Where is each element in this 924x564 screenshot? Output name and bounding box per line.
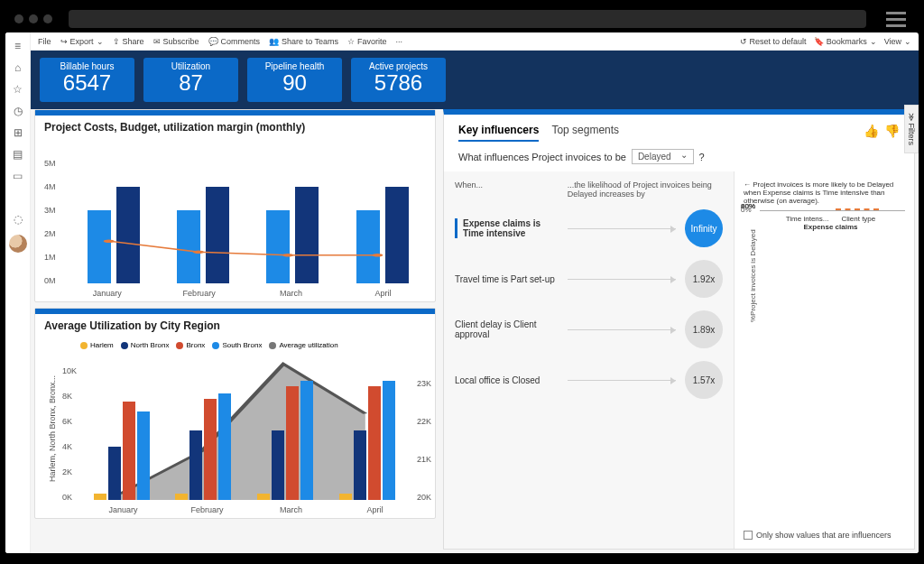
legend: Harlem North Bronx Bronx South Bronx Ave… [80, 341, 338, 349]
ki-detail-pane: ← Project invoices is more likely to be … [734, 171, 914, 549]
project-costs-card[interactable]: Project Costs, Budget, utilization margi… [34, 109, 436, 302]
bar [137, 411, 150, 500]
hamburger-icon[interactable] [882, 8, 910, 31]
bar [108, 447, 121, 500]
window-dot[interactable] [43, 14, 52, 23]
file-menu[interactable]: File [38, 37, 51, 46]
view-button[interactable]: View ⌄ [884, 37, 911, 46]
y2-tick: 23K [417, 379, 431, 388]
subscribe-button[interactable]: ✉ Subscribe [153, 37, 199, 46]
reset-button[interactable]: ↺ Reset to default [740, 37, 807, 46]
svg-point-3 [372, 254, 383, 257]
mini-ylabel: %Project invoices is Delayed [749, 230, 757, 323]
browser-titlebar [5, 5, 919, 32]
chart-title: Average Utilization by City Region [35, 309, 435, 337]
y-tick: 4K [62, 442, 72, 451]
kpi-value: 6547 [52, 71, 122, 95]
ki-factor-label: Travel time is Part set-up [455, 274, 568, 284]
thumbs-up-icon[interactable]: 👍 [864, 124, 879, 142]
ki-badge: Infinity [685, 209, 723, 247]
clock-icon[interactable]: ◷ [12, 105, 24, 117]
kpi-value: 87 [156, 71, 226, 95]
arrow-icon [568, 279, 676, 280]
filters-pane-toggle[interactable]: ≫ Filters [904, 105, 919, 153]
ki-detail-text: ← Project invoices is more likely to be … [744, 180, 905, 205]
arrow-icon [568, 228, 676, 229]
ki-row[interactable]: Local office is Closed 1.57x [455, 361, 723, 399]
bar [94, 494, 106, 500]
window-dot[interactable] [14, 14, 23, 23]
more-button[interactable]: ··· [396, 37, 403, 46]
y2-tick: 20K [417, 493, 431, 502]
share-teams-button[interactable]: 👥 Share to Teams [269, 37, 338, 46]
y-tick: 5M [44, 159, 56, 168]
share-button[interactable]: ⇪ Share [113, 37, 144, 46]
export-button[interactable]: ↪ Export ⌄ [60, 37, 104, 46]
bar [189, 430, 202, 500]
bar [257, 494, 270, 500]
browser-frame: ≡ ⌂ ☆ ◷ ⊞ ▤ ▭ ◌ File ↪ Export ⌄ ⇪ Share … [0, 0, 924, 564]
right-column: Key influencers Top segments 👍 👎 What in… [443, 109, 915, 550]
ki-select[interactable]: Delayed [632, 149, 694, 164]
mini-x-tick: Time intens... [786, 215, 829, 223]
data-icon[interactable]: ▤ [12, 148, 24, 161]
bar [300, 381, 313, 500]
only-influencers-checkbox[interactable]: Only show values that are influencers [744, 531, 905, 540]
chat-icon[interactable]: ◌ [12, 213, 24, 226]
command-bar: File ↪ Export ⌄ ⇪ Share ✉ Subscribe 💬 Co… [31, 32, 919, 51]
ki-row[interactable]: Client delay is Client approval 1.89x [455, 310, 723, 348]
svg-point-0 [104, 240, 115, 244]
apps-icon[interactable]: ⊞ [12, 126, 24, 139]
kpi-pipeline[interactable]: Pipeline health 90 [247, 58, 342, 102]
y-tick: 0K [62, 493, 72, 502]
star-icon[interactable]: ☆ [12, 83, 24, 96]
x-tick: February [183, 289, 216, 298]
left-rail: ≡ ⌂ ☆ ◷ ⊞ ▤ ▭ ◌ [5, 32, 31, 553]
project-costs-chart: 0M 1M 2M 3M 4M 5M [35, 139, 435, 301]
bar [204, 399, 217, 500]
ki-body: When... ...the likelihood of Project inv… [444, 171, 914, 549]
arrow-icon [568, 329, 676, 330]
arrow-icon [568, 380, 676, 381]
favorite-button[interactable]: ☆ Favorite [347, 37, 387, 46]
home-icon[interactable]: ⌂ [12, 61, 24, 74]
y-tick: 8K [62, 392, 72, 401]
x-tick: April [374, 289, 391, 298]
comments-button[interactable]: 💬 Comments [208, 37, 261, 46]
x-tick: April [367, 505, 383, 514]
bookmarks-button[interactable]: 🔖 Bookmarks ⌄ [814, 37, 877, 46]
y-axis-label: Harlem, North Bronx, Bronx... [48, 375, 57, 482]
trend-line [66, 143, 424, 283]
mini-chart: 0% 20% 40% 60% 80% [760, 210, 905, 211]
y-tick: 10K [62, 366, 77, 375]
ki-factor-label: Client delay is Client approval [455, 319, 568, 339]
ki-row[interactable]: Travel time is Part set-up 1.92x [455, 260, 723, 298]
bar [218, 393, 231, 500]
window-dot[interactable] [29, 14, 38, 23]
bar [286, 386, 299, 500]
ki-tabs: Key influencers Top segments 👍 👎 [444, 115, 914, 142]
kpi-active-projects[interactable]: Active projects 5786 [351, 58, 446, 102]
y2-tick: 22K [417, 417, 431, 426]
key-influencers-card[interactable]: Key influencers Top segments 👍 👎 What in… [443, 109, 915, 550]
utilization-region-chart: Harlem North Bronx Bronx South Bronx Ave… [35, 337, 435, 518]
tab-top-segments[interactable]: Top segments [551, 124, 619, 142]
x-tick: February [190, 505, 223, 514]
y-tick: 1M [44, 253, 56, 262]
url-bar[interactable] [69, 10, 866, 28]
tab-key-influencers[interactable]: Key influencers [458, 124, 539, 142]
utilization-region-card[interactable]: Average Utilization by City Region Harle… [34, 308, 436, 519]
checkbox-icon[interactable] [744, 531, 753, 540]
y-tick: 6K [62, 417, 72, 426]
kpi-utilization[interactable]: Utilization 87 [143, 58, 238, 102]
ki-badge: 1.89x [685, 310, 723, 348]
app-window: ≡ ⌂ ☆ ◷ ⊞ ▤ ▭ ◌ File ↪ Export ⌄ ⇪ Share … [5, 32, 919, 553]
kpi-billable-hours[interactable]: Billable hours 6547 [40, 58, 134, 102]
book-icon[interactable]: ▭ [12, 170, 24, 182]
mini-x-tick: Client type [841, 215, 875, 223]
x-tick: January [108, 505, 137, 514]
avatar[interactable] [9, 235, 27, 253]
thumbs-down-icon[interactable]: 👎 [884, 124, 900, 142]
menu-icon[interactable]: ≡ [12, 40, 24, 52]
ki-row[interactable]: Expense claims is Time intensive Infinit… [455, 209, 723, 247]
